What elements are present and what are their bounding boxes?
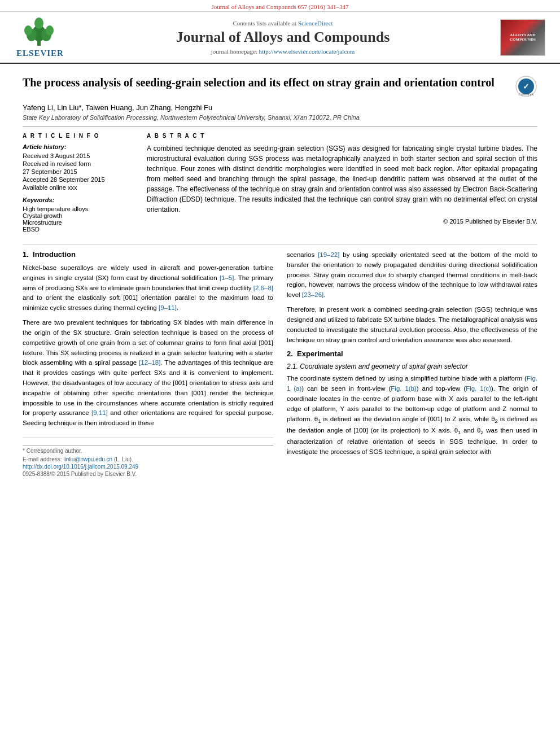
journal-title: Journal of Alloys and Compounds	[71, 29, 495, 46]
body-section: 1. Introduction Nickel-base superalloys …	[23, 244, 537, 478]
ref-link-1-5[interactable]: [1–5]	[220, 274, 234, 281]
article-footer: * Corresponding author. E-mail address: …	[23, 438, 273, 477]
revised-date: 27 September 2015	[23, 168, 135, 175]
doi-link[interactable]: http://dx.doi.org/10.1016/j.jallcom.2015…	[23, 464, 138, 470]
article-container: The process analysis of seeding-grain se…	[0, 64, 560, 490]
journal-reference: Journal of Alloys and Compounds 657 (201…	[212, 3, 349, 10]
article-info-abstract: A R T I C L E I N F O Article history: R…	[23, 126, 537, 233]
corresponding-note: * Corresponding author.	[23, 448, 273, 454]
keywords-label: Keywords:	[23, 196, 135, 203]
keyword-4: EBSD	[23, 226, 135, 233]
ref-link-9-11b[interactable]: [9,11]	[91, 409, 108, 416]
keyword-1: High temperature alloys	[23, 206, 135, 212]
intro-para-1: Nickel-base superalloys are widely used …	[23, 263, 273, 313]
abstract-col: A B S T R A C T A combined technique den…	[147, 133, 537, 233]
experimental-title: 2. Experimental	[287, 350, 537, 358]
footer-divider	[23, 445, 273, 445]
ref-link-19-22[interactable]: [19–22]	[318, 251, 339, 258]
history-label: Article history:	[23, 143, 135, 150]
article-title-section: The process analysis of seeding-grain se…	[23, 75, 537, 98]
introduction-title: 1. Introduction	[23, 250, 273, 259]
elsevier-text: ELSEVIER	[16, 49, 64, 58]
journal-cover-image: ALLOYS AND COMPOUNDS	[500, 19, 545, 56]
keyword-2: Crystal growth	[23, 212, 135, 219]
ref-link-9-11[interactable]: [9–11]	[159, 304, 177, 311]
svg-point-5	[46, 25, 54, 36]
svg-text:CrossMark: CrossMark	[519, 93, 534, 96]
received-revised-label: Received in revised form	[23, 160, 135, 167]
article-info-col: A R T I C L E I N F O Article history: R…	[23, 133, 135, 233]
ref-link-23-26[interactable]: [23–26]	[302, 291, 323, 298]
keyword-3: Microstructure	[23, 219, 135, 226]
body-two-col: 1. Introduction Nickel-base superalloys …	[23, 250, 537, 478]
svg-point-6	[34, 18, 43, 29]
email-link[interactable]: linliu@nwpu.edu.cn	[63, 456, 112, 462]
homepage-line: journal homepage: http://www.elsevier.co…	[71, 48, 495, 55]
right-para-2: Therefore, in present work a combined se…	[287, 305, 537, 345]
abstract-heading: A B S T R A C T	[147, 133, 537, 139]
svg-text:✓: ✓	[523, 82, 530, 91]
copyright: © 2015 Published by Elsevier B.V.	[147, 218, 537, 225]
crossmark-icon: ✓ CrossMark	[515, 75, 537, 98]
journal-reference-bar: Journal of Alloys and Compounds 657 (201…	[0, 0, 560, 12]
abstract-text: A combined technique denoted as seeding-…	[147, 143, 537, 215]
journal-info-center: Contents lists available at ScienceDirec…	[71, 20, 495, 55]
email-note: E-mail address: linliu@nwpu.edu.cn (L. L…	[23, 456, 273, 462]
elsevier-logo: ELSEVIER	[16, 16, 64, 58]
elsevier-tree-icon	[20, 16, 60, 47]
article-info-heading: A R T I C L E I N F O	[23, 133, 135, 139]
affiliation: State Key Laboratory of Solidification P…	[23, 114, 537, 121]
right-body-col: scenarios [19–22] by using specially ori…	[287, 250, 537, 478]
authors: Yafeng Li, Lin Liu*, Taiwen Huang, Jun Z…	[23, 103, 537, 112]
right-para-1: scenarios [19–22] by using specially ori…	[287, 250, 537, 300]
available-online: Available online xxx	[23, 184, 135, 191]
journal-thumbnail: ALLOYS AND COMPOUNDS	[495, 19, 551, 56]
journal-banner: ELSEVIER Contents lists available at Sci…	[0, 12, 560, 64]
science-direct-line: Contents lists available at ScienceDirec…	[71, 20, 495, 27]
science-direct-link[interactable]: ScienceDirect	[298, 20, 333, 27]
intro-para-2: There are two prevalent techniques for f…	[23, 318, 273, 429]
ref-link-2-6-8[interactable]: [2,6–8]	[253, 285, 273, 291]
ref-link-12-18[interactable]: [12–18]	[139, 359, 160, 366]
experimental-subtitle: 2.1. Coordinate system and geometry of s…	[287, 362, 537, 370]
homepage-link[interactable]: http://www.elsevier.com/locate/jalcom	[259, 48, 355, 55]
publisher-logo: ELSEVIER	[9, 16, 71, 58]
ref-fig1b[interactable]: Fig. 1(b)	[391, 385, 417, 392]
svg-point-4	[24, 25, 32, 36]
doi-line: http://dx.doi.org/10.1016/j.jallcom.2015…	[23, 464, 273, 470]
introduction-col: 1. Introduction Nickel-base superalloys …	[23, 250, 273, 478]
article-title: The process analysis of seeding-grain se…	[23, 75, 509, 90]
ref-fig1c[interactable]: Fig. 1(c)	[466, 385, 491, 392]
issn-line: 0925-8388/© 2015 Published by Elsevier B…	[23, 471, 273, 477]
accepted-date: Accepted 28 September 2015	[23, 176, 135, 183]
right-para-3: The coordinate system defined by using a…	[287, 374, 537, 457]
received-date: Received 3 August 2015	[23, 152, 135, 159]
